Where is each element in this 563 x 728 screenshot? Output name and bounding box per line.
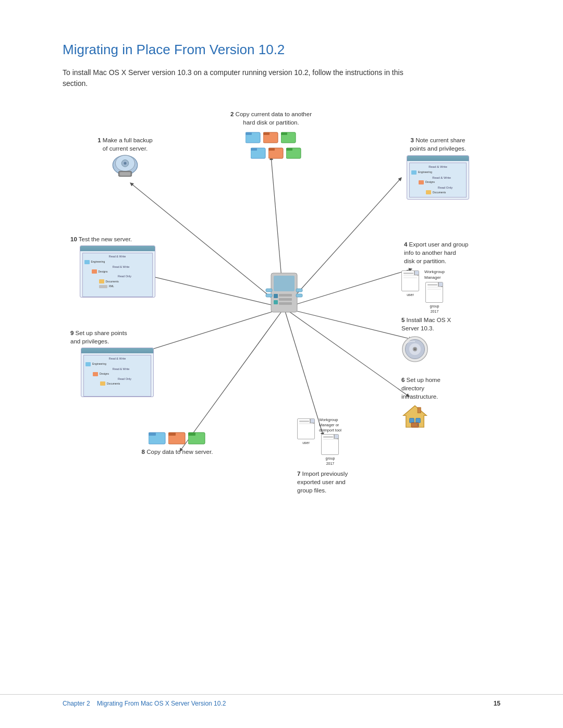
svg-rect-19 bbox=[266, 294, 272, 297]
step-10: 10 Test the new server. Read & Write Eng… bbox=[68, 235, 167, 300]
step-6-label: Set up homedirectoryinfrastructure. bbox=[401, 377, 440, 400]
step-7-label: Import previouslyexported user andgroup … bbox=[297, 471, 348, 493]
svg-rect-51 bbox=[149, 433, 156, 436]
svg-rect-17 bbox=[266, 289, 272, 292]
intro-text: To install Mac OS X Server version 10.3 … bbox=[63, 67, 417, 89]
diagram-container: 1 Make a full backupof current server. 2… bbox=[68, 105, 495, 511]
step-2-icon-2 bbox=[235, 145, 318, 159]
step-8-icon bbox=[130, 430, 224, 446]
step-8-label: Copy data to new server. bbox=[145, 449, 213, 455]
svg-rect-18 bbox=[296, 289, 302, 292]
step-2-icon bbox=[224, 130, 318, 143]
step-5-icon bbox=[401, 336, 429, 363]
footer-chapter-label: Chapter 2 bbox=[63, 700, 90, 707]
step-1: 1 Make a full backupof current server. bbox=[94, 136, 156, 183]
step-10-label: Test the new server. bbox=[77, 236, 132, 242]
center-server bbox=[258, 268, 310, 327]
step-7: user WorkgroupManager ordsimport tool gr… bbox=[297, 417, 396, 495]
svg-rect-53 bbox=[168, 433, 176, 436]
svg-point-43 bbox=[414, 348, 416, 350]
svg-rect-34 bbox=[251, 148, 257, 151]
svg-rect-36 bbox=[268, 148, 275, 151]
step-4-group-doc bbox=[425, 282, 443, 303]
svg-rect-20 bbox=[296, 294, 302, 297]
step-1-num: 1 bbox=[97, 137, 101, 143]
step-2-num: 2 bbox=[230, 111, 234, 117]
svg-rect-16 bbox=[279, 302, 292, 305]
step-4-user-doc bbox=[401, 270, 419, 291]
step-7-group-label: group2017 bbox=[319, 456, 341, 466]
svg-rect-30 bbox=[263, 132, 270, 135]
step-9: 9 Set up share pointsand privileges. Rea… bbox=[68, 329, 167, 399]
svg-rect-32 bbox=[281, 132, 287, 135]
svg-rect-15 bbox=[279, 298, 292, 301]
step-6: 6 Set up homedirectoryinfrastructure. bbox=[401, 376, 480, 432]
step-1-icon bbox=[109, 153, 141, 181]
step-6-icon bbox=[401, 404, 429, 430]
svg-rect-55 bbox=[188, 433, 195, 436]
svg-rect-38 bbox=[286, 148, 292, 151]
footer-page-num: 15 bbox=[494, 700, 500, 707]
step-2: 2 Copy current data to anotherhard disk … bbox=[224, 110, 318, 161]
svg-point-24 bbox=[124, 162, 126, 165]
svg-rect-13 bbox=[274, 300, 278, 304]
svg-rect-26 bbox=[120, 172, 130, 176]
step-3-num: 3 bbox=[411, 137, 414, 143]
svg-rect-14 bbox=[279, 294, 292, 297]
step-4-label: Export user and groupinfo to another har… bbox=[404, 241, 468, 264]
step-4-user-label: user bbox=[401, 292, 419, 298]
page-container: Migrating in Place From Version 10.2 To … bbox=[0, 0, 563, 728]
svg-rect-46 bbox=[416, 418, 421, 423]
step-9-icon: Read & Write Engineering Read & Write De… bbox=[81, 348, 154, 397]
svg-rect-45 bbox=[410, 418, 414, 423]
step-4-group-label: group2017 bbox=[424, 304, 445, 314]
footer-chapter-title: Migrating From Mac OS X Server Version 1… bbox=[97, 700, 226, 707]
step-7-user-label: user bbox=[297, 440, 315, 446]
step-8: 8 Copy data to new server. bbox=[130, 428, 224, 456]
svg-point-48 bbox=[418, 425, 419, 426]
step-9-label: Set up share pointsand privileges. bbox=[70, 330, 127, 344]
step-5-label: Install Mac OS XServer 10.3. bbox=[401, 317, 451, 331]
step-3-label: Note current sharepoints and privileges. bbox=[410, 137, 466, 152]
footer-chapter: Chapter 2 Migrating From Mac OS X Server… bbox=[63, 700, 226, 707]
svg-rect-49 bbox=[418, 408, 421, 413]
svg-rect-11 bbox=[274, 276, 295, 291]
step-5: 5 Install Mac OS XServer 10.3. bbox=[401, 316, 474, 365]
step-7-user-doc bbox=[297, 418, 315, 439]
svg-rect-12 bbox=[274, 294, 278, 298]
step-1-label: Make a full backupof current server. bbox=[103, 137, 153, 152]
svg-rect-28 bbox=[246, 132, 252, 135]
step-7-group-doc bbox=[321, 434, 339, 455]
step-10-icon: Read & Write Engineering Read & Write De… bbox=[80, 245, 155, 298]
step-3: 3 Note current sharepoints and privilege… bbox=[396, 136, 480, 202]
step-3-icon: Read & Write Engineering Read & Write De… bbox=[407, 155, 469, 200]
step-2-label: Copy current data to anotherhard disk or… bbox=[236, 111, 312, 126]
page-title: Migrating in Place From Version 10.2 bbox=[63, 42, 500, 58]
step-4: 4 Export user and groupinfo to another h… bbox=[401, 240, 485, 314]
page-footer: Chapter 2 Migrating From Mac OS X Server… bbox=[0, 694, 563, 707]
